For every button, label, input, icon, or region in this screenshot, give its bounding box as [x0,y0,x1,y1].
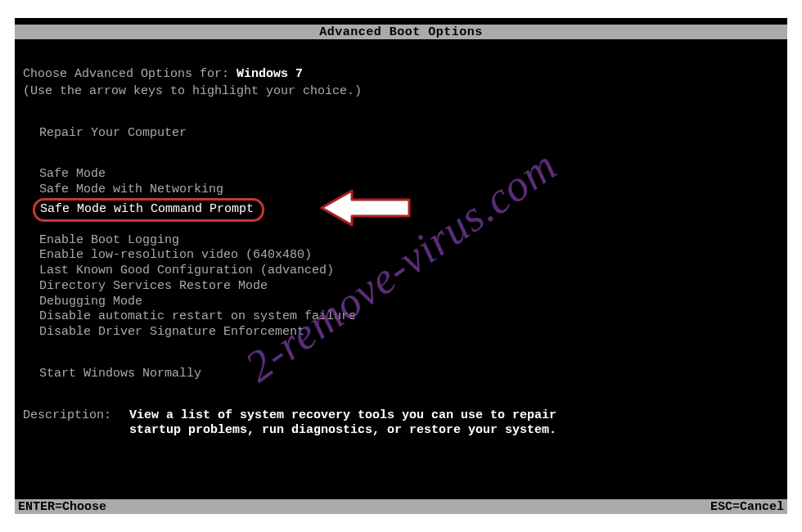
option-disable-driver-sig[interactable]: Disable Driver Signature Enforcement [39,325,588,340]
option-disable-auto-restart[interactable]: Disable automatic restart on system fail… [39,309,588,325]
option-repair-computer[interactable]: Repair Your Computer [39,126,588,142]
os-name: Windows 7 [237,67,303,81]
option-safe-mode-networking[interactable]: Safe Mode with Networking [39,183,588,198]
footer-bar: ENTER=Choose ESC=Cancel [15,499,787,514]
arrow-icon [318,187,416,229]
content-area: Choose Advanced Options for: Windows 7 (… [23,67,588,439]
option-ds-restore[interactable]: Directory Services Restore Mode [39,279,588,295]
option-group-advanced: Enable Boot Logging Enable low-resolutio… [39,233,588,340]
header-bar: Advanced Boot Options [15,25,787,39]
option-group-normal: Start Windows Normally [39,367,588,382]
page-title: Advanced Boot Options [319,25,483,39]
description-text: View a list of system recovery tools you… [129,408,588,440]
option-boot-logging[interactable]: Enable Boot Logging [39,233,588,249]
footer-esc: ESC=Cancel [710,500,784,514]
footer-enter: ENTER=Choose [18,500,106,514]
option-debugging[interactable]: Debugging Mode [39,295,588,310]
description-row: Description: View a list of system recov… [23,408,588,440]
option-low-res-video[interactable]: Enable low-resolution video (640x480) [39,248,588,264]
option-safe-mode[interactable]: Safe Mode [39,167,588,183]
option-safe-mode-cmd[interactable]: Safe Mode with Command Prompt [33,198,264,222]
option-group-repair: Repair Your Computer [39,126,588,142]
intro-line: Choose Advanced Options for: Windows 7 [23,67,588,83]
intro-prefix: Choose Advanced Options for: [23,67,237,81]
option-group-safe: Safe Mode Safe Mode with Networking Safe… [39,167,588,221]
boot-screen: Advanced Boot Options Choose Advanced Op… [15,18,787,514]
description-label: Description: [23,408,129,440]
intro-hint: (Use the arrow keys to highlight your ch… [23,84,588,100]
option-start-normally[interactable]: Start Windows Normally [39,367,588,382]
option-last-known-good[interactable]: Last Known Good Configuration (advanced) [39,264,588,279]
